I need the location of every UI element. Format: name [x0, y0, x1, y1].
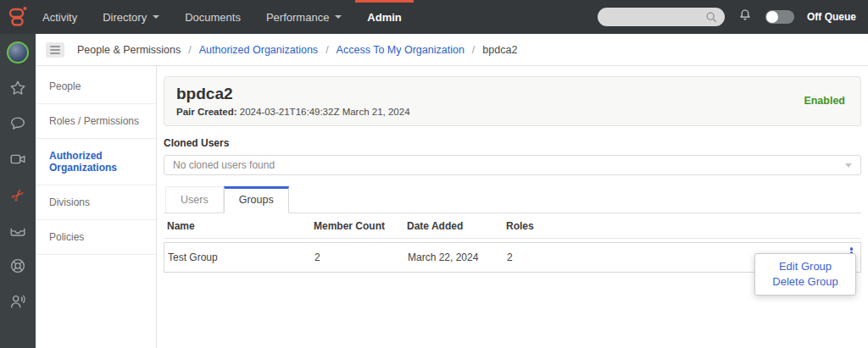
nav-directory[interactable]: Directory — [103, 0, 159, 34]
sidebar-item-policies[interactable]: Policies — [36, 220, 156, 255]
agent-voice-icon[interactable] — [7, 290, 29, 312]
sidebar-item-divisions[interactable]: Divisions — [36, 185, 156, 220]
breadcrumb-link-access-to-my-organization[interactable]: Access To My Organization — [337, 44, 465, 56]
nav-performance-label: Performance — [266, 11, 329, 24]
org-pair-card: bpdca2 Pair Created: 2024-03-21T16:49:32… — [164, 76, 861, 126]
breadcrumb-separator: / — [326, 44, 328, 56]
nav-documents-label: Documents — [185, 11, 241, 24]
pair-created-value: 2024-03-21T16:49:32Z March 21, 2024 — [240, 107, 410, 117]
collaborate-icon[interactable]: ✂ — [7, 184, 29, 206]
context-menu-edit-group[interactable]: Edit Group — [755, 259, 855, 274]
inbox-icon[interactable] — [7, 219, 29, 241]
primary-nav: Activity Directory Documents Performance… — [42, 0, 427, 34]
sidebar-item-roles-permissions[interactable]: Roles / Permissions — [36, 104, 156, 139]
app-window: Activity Directory Documents Performance… — [0, 0, 868, 348]
breadcrumb-separator: / — [472, 44, 475, 56]
notifications-bell-icon[interactable] — [737, 8, 753, 26]
nav-admin[interactable]: Admin — [367, 0, 401, 34]
context-menu-delete-group[interactable]: Delete Group — [755, 274, 855, 290]
cell-date-added: March 22, 2024 — [408, 251, 507, 263]
menu-toggle-button[interactable] — [46, 42, 64, 58]
user-avatar[interactable] — [7, 41, 29, 64]
nav-performance[interactable]: Performance — [266, 0, 342, 34]
scissors-glyph: ✂ — [8, 185, 29, 206]
breadcrumb: People & Permissions / Authorized Organi… — [36, 34, 868, 66]
breadcrumb-item-people-permissions: People & Permissions — [77, 44, 181, 56]
pair-created-line: Pair Created: 2024-03-21T16:49:32Z March… — [176, 107, 410, 117]
chevron-down-icon — [335, 15, 342, 19]
search-icon — [704, 10, 718, 27]
pair-info: bpdca2 Pair Created: 2024-03-21T16:49:32… — [176, 85, 410, 117]
breadcrumb-separator: / — [188, 44, 191, 56]
main-content: bpdca2 Pair Created: 2024-03-21T16:49:32… — [157, 66, 868, 348]
column-header-member-count: Member Count — [314, 220, 407, 232]
column-header-date-added: Date Added — [407, 220, 506, 232]
toggle-knob — [766, 11, 778, 23]
cloned-users-label: Cloned Users — [164, 137, 861, 149]
tab-groups[interactable]: Groups — [224, 186, 289, 213]
nav-documents[interactable]: Documents — [185, 0, 241, 34]
page-title: bpdca2 — [176, 85, 410, 103]
cloned-users-select[interactable]: No cloned users found — [164, 155, 861, 175]
nav-activity[interactable]: Activity — [42, 0, 77, 34]
avatar — [7, 41, 29, 64]
users-groups-tabs: Users Groups — [164, 186, 861, 213]
chevron-down-icon — [153, 15, 159, 19]
groups-table: Name Member Count Date Added Roles Test … — [164, 213, 861, 273]
sidebar-item-people[interactable]: People — [36, 69, 156, 104]
breadcrumb-item-current: bpdca2 — [482, 44, 517, 56]
video-icon[interactable] — [7, 148, 29, 170]
cloned-users-select-value: No cloned users found — [173, 159, 275, 171]
app-icon-rail: ✂ — [0, 34, 36, 348]
column-header-name: Name — [167, 220, 314, 232]
table-header-row: Name Member Count Date Added Roles — [164, 213, 861, 239]
help-icon[interactable] — [7, 255, 29, 277]
breadcrumb-link-authorized-organizations[interactable]: Authorized Organizations — [199, 44, 318, 56]
queue-status-toggle[interactable] — [765, 10, 794, 24]
sidebar-item-authorized-organizations[interactable]: Authorized Organizations — [36, 139, 156, 185]
genesys-logo-icon — [0, 0, 36, 34]
nav-activity-label: Activity — [42, 11, 77, 24]
admin-sidebar: People Roles / Permissions Authorized Or… — [36, 66, 157, 348]
row-context-menu: Edit Group Delete Group — [754, 253, 856, 296]
topbar-right-controls: Off Queue — [598, 8, 868, 26]
status-badge: Enabled — [804, 95, 849, 107]
chevron-down-icon — [845, 163, 852, 168]
favorites-star-icon[interactable] — [7, 77, 29, 99]
nav-admin-label: Admin — [367, 11, 401, 24]
off-queue-label: Off Queue — [807, 11, 856, 23]
tab-users[interactable]: Users — [165, 186, 224, 213]
column-header-roles: Roles — [506, 220, 858, 232]
cell-group-name: Test Group — [168, 251, 314, 263]
search-box — [598, 8, 725, 26]
pair-created-label: Pair Created: — [176, 107, 237, 117]
top-navigation-bar: Activity Directory Documents Performance… — [0, 0, 868, 34]
chat-icon[interactable] — [7, 113, 29, 135]
cell-member-count: 2 — [314, 251, 408, 263]
nav-directory-label: Directory — [103, 11, 147, 24]
